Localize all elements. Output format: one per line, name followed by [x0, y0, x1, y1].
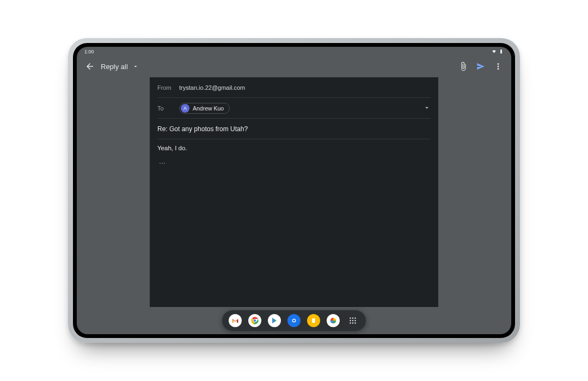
- recipient-chip[interactable]: A Andrew Kuo: [179, 103, 230, 114]
- gmail-icon: [231, 316, 240, 325]
- taskbar-camera[interactable]: [287, 314, 301, 327]
- show-quoted-text-button[interactable]: [157, 161, 167, 165]
- to-value: A Andrew Kuo: [179, 103, 423, 114]
- body-text: Yeah, I do.: [157, 145, 431, 151]
- attach-button[interactable]: [455, 58, 472, 75]
- screen: 1:00 Reply all: [77, 47, 511, 334]
- camera-icon: [290, 316, 298, 325]
- to-label: To: [157, 105, 179, 112]
- svg-point-11: [354, 320, 356, 321]
- svg-point-4: [293, 319, 295, 322]
- svg-point-14: [354, 322, 356, 323]
- send-icon: [476, 62, 486, 71]
- body-field[interactable]: Yeah, I do.: [157, 139, 431, 307]
- svg-point-9: [350, 320, 351, 321]
- grid-icon: [348, 316, 358, 325]
- recipient-name: Andrew Kuo: [193, 105, 224, 112]
- caret-down-icon: [132, 63, 139, 70]
- reply-mode-dropdown[interactable]: [129, 58, 142, 75]
- svg-point-12: [350, 322, 351, 323]
- photos-icon: [329, 316, 338, 325]
- taskbar-gmail[interactable]: [229, 314, 242, 327]
- svg-point-10: [352, 320, 353, 321]
- taskbar: [222, 310, 366, 331]
- taskbar-keep[interactable]: [307, 314, 320, 327]
- overflow-menu-button[interactable]: [489, 58, 507, 75]
- svg-point-13: [352, 322, 353, 323]
- to-row[interactable]: To A Andrew Kuo: [157, 98, 431, 119]
- taskbar-app-drawer[interactable]: [346, 314, 359, 327]
- play-store-icon: [270, 316, 279, 325]
- battery-icon: [499, 49, 504, 55]
- app-bar-title: Reply all: [101, 63, 128, 71]
- taskbar-chrome[interactable]: [248, 314, 261, 327]
- wifi-icon: [492, 49, 497, 55]
- status-time: 1:00: [84, 49, 94, 54]
- svg-point-7: [352, 317, 353, 318]
- subject-row[interactable]: Re: Got any photos from Utah?: [157, 119, 431, 139]
- arrow-back-icon: [85, 62, 95, 71]
- from-label: From: [157, 84, 179, 91]
- paperclip-icon: [458, 62, 468, 71]
- chrome-icon: [250, 316, 259, 325]
- status-bar: 1:00: [77, 47, 511, 57]
- svg-point-6: [350, 317, 351, 318]
- compose-panel: From trystan.io.22@gmail.com To A Andrew…: [150, 77, 438, 307]
- taskbar-play-store[interactable]: [268, 314, 281, 327]
- expand-recipients-button[interactable]: [423, 104, 431, 113]
- content-area: From trystan.io.22@gmail.com To A Andrew…: [77, 77, 511, 307]
- recipient-avatar: A: [181, 104, 189, 113]
- subject-field[interactable]: Re: Got any photos from Utah?: [157, 125, 248, 133]
- back-button[interactable]: [81, 58, 99, 75]
- status-right: [492, 49, 504, 55]
- keep-icon: [309, 316, 318, 325]
- tablet-frame: 1:00 Reply all: [73, 43, 515, 338]
- taskbar-photos[interactable]: [327, 314, 340, 327]
- more-vert-icon: [493, 62, 503, 71]
- stage: 1:00 Reply all: [0, 0, 588, 381]
- from-value: trystan.io.22@gmail.com: [179, 84, 431, 91]
- svg-point-8: [354, 317, 356, 318]
- svg-rect-5: [312, 318, 315, 323]
- chevron-down-icon: [423, 104, 431, 112]
- tablet-bezel: 1:00 Reply all: [68, 38, 520, 343]
- from-row[interactable]: From trystan.io.22@gmail.com: [157, 77, 431, 98]
- app-bar: Reply all: [77, 57, 511, 76]
- send-button[interactable]: [472, 58, 489, 75]
